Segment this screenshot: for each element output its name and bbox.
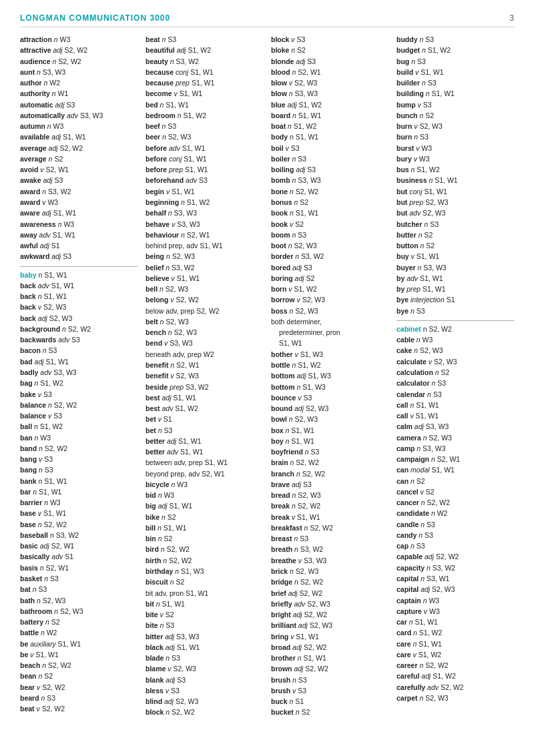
headword: brilliant <box>271 621 296 629</box>
frequency-codes: S2, W3 <box>296 491 320 499</box>
headword: buyer <box>396 264 416 272</box>
headword: before <box>146 144 167 152</box>
frequency-codes: S1, W1 <box>180 144 205 152</box>
frequency-codes: S2, W1 <box>174 361 199 369</box>
frequency-codes: S3 <box>309 448 320 456</box>
frequency-codes: S3 <box>296 676 307 684</box>
part-of-speech: adj <box>163 633 174 641</box>
part-of-speech: n <box>433 368 439 376</box>
dictionary-entry: bus n S1, W2 <box>396 164 514 175</box>
part-of-speech: adj <box>38 542 49 550</box>
dictionary-entry: cap n S3 <box>396 540 514 551</box>
frequency-codes: S1, W1 <box>294 209 318 217</box>
frequency-codes: S3, W3 <box>424 422 449 430</box>
headword: balance <box>20 412 46 420</box>
frequency-codes: S2, W3 <box>432 358 457 366</box>
frequency-codes: S2 <box>174 578 185 586</box>
part-of-speech: adj <box>294 165 305 173</box>
dictionary-entry: bottle n S1, W2 <box>271 360 388 370</box>
dictionary-entry: cancer n S2, W2 <box>396 497 514 508</box>
dictionary-entry: bucket n S2 <box>271 707 388 717</box>
part-of-speech: n <box>411 629 417 637</box>
dictionary-entry: being n S2, W3 <box>146 251 263 262</box>
dictionary-entry: bottom n S1, W3 <box>271 382 388 392</box>
headword: best <box>146 394 160 402</box>
part-of-speech: n <box>288 567 294 575</box>
part-of-speech: n <box>420 79 426 87</box>
dictionary-entry: but prep S2, W3 <box>396 197 514 208</box>
dictionary-entry: bye interjection S1 <box>396 294 514 305</box>
part-of-speech: adj <box>49 133 61 141</box>
dictionary-entry: before adv S1, W1 <box>146 143 263 153</box>
part-of-speech: adj <box>51 46 63 54</box>
part-of-speech: adj <box>286 589 298 597</box>
part-of-speech: v <box>287 79 292 87</box>
part-of-speech: n <box>154 600 160 608</box>
frequency-codes: S2 <box>300 708 310 716</box>
frequency-codes: W3 <box>175 480 188 488</box>
dictionary-entry: calculation n S2 <box>396 367 514 378</box>
headword: birthday <box>146 567 173 575</box>
dictionary-entry: back n S1, W1 <box>20 291 138 302</box>
dictionary-entry: bread n S2, W3 <box>271 490 388 500</box>
dictionary-entry: brick n S2, W3 <box>271 566 388 577</box>
frequency-codes: S2, W2 <box>439 683 463 691</box>
dictionary-entry: below adv, prep S2, W2 <box>146 306 263 316</box>
dictionary-entry: bound adj S2, W3 <box>271 403 388 414</box>
dictionary-entry: between adv, prep S1, W1 <box>146 457 263 468</box>
headword: bank <box>20 477 37 485</box>
part-of-speech: n <box>164 708 170 716</box>
dictionary-entry: but conj S1, W1 <box>396 186 514 197</box>
part-of-speech: adj <box>165 437 176 445</box>
dictionary-entry: blood n S2, W1 <box>271 67 388 77</box>
frequency-codes: S2, W2 <box>58 144 83 152</box>
headword: back <box>20 303 36 311</box>
frequency-codes: S3 <box>301 480 312 488</box>
dictionary-entry: boss n S2, W3 <box>271 306 388 316</box>
dictionary-entry: button n S2 <box>396 240 514 251</box>
part-of-speech: adv <box>425 683 439 691</box>
part-of-speech: modal <box>409 466 430 474</box>
headword: better <box>146 448 165 456</box>
part-of-speech: v <box>40 198 45 206</box>
headword: bar <box>20 488 31 496</box>
headword: because <box>146 79 174 87</box>
headword: bone <box>271 187 288 196</box>
dictionary-entry: bug n S3 <box>396 56 514 67</box>
dictionary-entry: bird n S2, W2 <box>146 544 263 554</box>
frequency-codes: S2 <box>424 242 435 250</box>
frequency-codes: S2, W1 <box>435 455 460 463</box>
headword: beach <box>20 661 40 669</box>
dictionary-entry: bicycle n W3 <box>146 479 263 490</box>
headword: by <box>396 274 405 282</box>
part-of-speech: adj <box>36 314 47 322</box>
part-of-speech: prep <box>407 198 423 206</box>
dictionary-entry: blonde adj S3 <box>271 56 388 67</box>
dictionary-entry: back v S2, W3 <box>20 302 138 312</box>
dictionary-entry: beat n S3 <box>146 34 263 45</box>
headword: budget <box>396 46 420 54</box>
headword: bad <box>20 358 33 366</box>
dictionary-entry: band n S2, W2 <box>20 443 138 454</box>
dictionary-entry: bill n S1, W1 <box>146 522 263 533</box>
dictionary-entry: bored adj S3 <box>271 262 388 273</box>
dictionary-entry: because conj S1, W1 <box>146 67 263 77</box>
part-of-speech: n <box>46 401 52 409</box>
dictionary-entry: bomb n S3, W3 <box>271 175 388 185</box>
headword: buy <box>396 252 409 260</box>
dictionary-entry: bonus n S2 <box>271 197 388 208</box>
dictionary-entry: buck n S1 <box>271 696 388 707</box>
frequency-codes: S1, W1 <box>183 165 208 173</box>
dictionary-entry: burst v W3 <box>396 143 514 153</box>
dictionary-entry: award n S3, W2 <box>20 186 138 197</box>
part-of-speech: n <box>409 542 415 550</box>
dictionary-entry: breath n S3, W2 <box>271 544 388 554</box>
frequency-codes: S3, W3 <box>302 556 326 564</box>
dictionary-entry: broad adj S2, W2 <box>271 642 388 653</box>
dictionary-entry: aunt n S3, W3 <box>20 67 138 77</box>
headword: brief <box>271 589 286 597</box>
headword: candle <box>396 520 419 528</box>
dictionary-entry: avoid v S2, W1 <box>20 164 138 175</box>
headword: brush <box>271 676 290 684</box>
dictionary-entry: captain n W3 <box>396 595 514 606</box>
